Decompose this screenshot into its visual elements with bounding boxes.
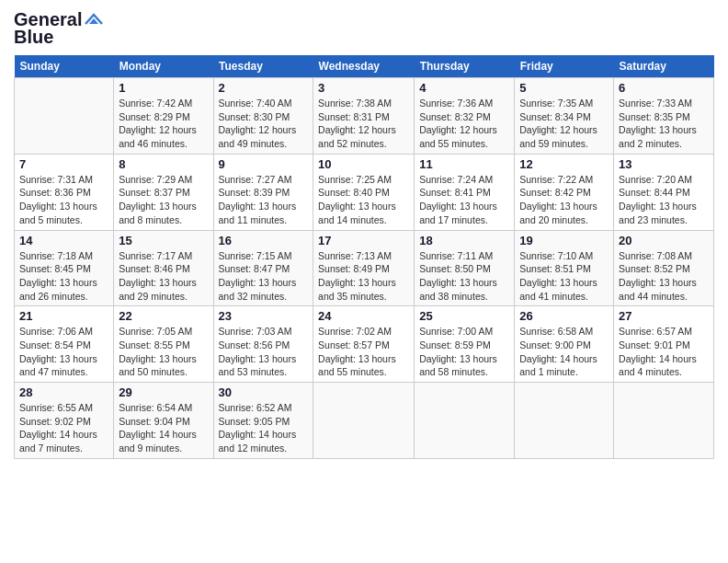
- col-monday: Monday: [114, 55, 213, 78]
- cell-3-0: 21Sunrise: 7:06 AMSunset: 8:54 PMDayligh…: [15, 306, 114, 383]
- cell-3-1: 22Sunrise: 7:05 AMSunset: 8:55 PMDayligh…: [114, 306, 213, 383]
- day-info: Sunrise: 7:36 AMSunset: 8:32 PMDaylight:…: [419, 97, 509, 151]
- week-row-0: 1Sunrise: 7:42 AMSunset: 8:29 PMDaylight…: [15, 78, 714, 155]
- day-info: Sunrise: 6:54 AMSunset: 9:04 PMDaylight:…: [119, 401, 208, 455]
- day-number: 1: [119, 81, 208, 95]
- calendar-body: 1Sunrise: 7:42 AMSunset: 8:29 PMDaylight…: [15, 78, 714, 459]
- cell-4-1: 29Sunrise: 6:54 AMSunset: 9:04 PMDayligh…: [114, 383, 213, 459]
- logo: General Blue: [14, 9, 104, 48]
- cell-1-6: 13Sunrise: 7:20 AMSunset: 8:44 PMDayligh…: [614, 154, 714, 230]
- day-info: Sunrise: 7:38 AMSunset: 8:31 PMDaylight:…: [318, 97, 409, 151]
- day-info: Sunrise: 6:58 AMSunset: 9:00 PMDaylight:…: [519, 325, 609, 379]
- col-tuesday: Tuesday: [213, 55, 313, 78]
- cell-2-5: 19Sunrise: 7:10 AMSunset: 8:51 PMDayligh…: [515, 230, 614, 306]
- cell-2-3: 17Sunrise: 7:13 AMSunset: 8:49 PMDayligh…: [313, 230, 415, 306]
- col-friday: Friday: [515, 55, 614, 78]
- day-number: 3: [318, 81, 409, 95]
- day-info: Sunrise: 7:06 AMSunset: 8:54 PMDaylight:…: [19, 325, 108, 379]
- day-number: 24: [318, 309, 409, 323]
- cell-0-5: 5Sunrise: 7:35 AMSunset: 8:34 PMDaylight…: [515, 78, 614, 155]
- cell-3-3: 24Sunrise: 7:02 AMSunset: 8:57 PMDayligh…: [313, 306, 415, 383]
- day-number: 8: [119, 157, 208, 171]
- day-info: Sunrise: 6:57 AMSunset: 9:01 PMDaylight:…: [619, 325, 709, 379]
- cell-4-4: [415, 383, 515, 459]
- cell-0-0: [15, 78, 114, 155]
- day-number: 23: [219, 309, 309, 323]
- day-info: Sunrise: 7:29 AMSunset: 8:37 PMDaylight:…: [119, 173, 208, 227]
- day-info: Sunrise: 7:17 AMSunset: 8:46 PMDaylight:…: [119, 249, 208, 304]
- cell-4-2: 30Sunrise: 6:52 AMSunset: 9:05 PMDayligh…: [213, 383, 313, 459]
- cell-4-3: [313, 383, 415, 459]
- day-number: 14: [19, 234, 108, 247]
- col-wednesday: Wednesday: [313, 55, 415, 78]
- day-number: 13: [619, 157, 709, 171]
- day-number: 11: [419, 157, 509, 171]
- col-saturday: Saturday: [614, 55, 714, 78]
- cell-2-6: 20Sunrise: 7:08 AMSunset: 8:52 PMDayligh…: [614, 230, 714, 306]
- day-info: Sunrise: 7:20 AMSunset: 8:44 PMDaylight:…: [619, 173, 709, 227]
- cell-3-2: 23Sunrise: 7:03 AMSunset: 8:56 PMDayligh…: [213, 306, 313, 383]
- cell-1-3: 10Sunrise: 7:25 AMSunset: 8:40 PMDayligh…: [313, 154, 415, 230]
- day-info: Sunrise: 7:03 AMSunset: 8:56 PMDaylight:…: [219, 325, 309, 379]
- header-row: Sunday Monday Tuesday Wednesday Thursday…: [15, 55, 714, 78]
- day-number: 10: [318, 157, 409, 171]
- day-info: Sunrise: 7:22 AMSunset: 8:42 PMDaylight:…: [519, 173, 609, 227]
- day-number: 9: [219, 157, 309, 171]
- day-info: Sunrise: 7:33 AMSunset: 8:35 PMDaylight:…: [619, 97, 709, 151]
- logo-text-blue: Blue: [14, 27, 53, 48]
- day-info: Sunrise: 7:35 AMSunset: 8:34 PMDaylight:…: [519, 97, 609, 151]
- day-number: 27: [619, 309, 709, 323]
- header: General Blue: [14, 9, 714, 48]
- week-row-2: 14Sunrise: 7:18 AMSunset: 8:45 PMDayligh…: [15, 230, 714, 306]
- day-info: Sunrise: 7:02 AMSunset: 8:57 PMDaylight:…: [318, 325, 409, 379]
- col-sunday: Sunday: [15, 55, 114, 78]
- day-info: Sunrise: 7:13 AMSunset: 8:49 PMDaylight:…: [318, 249, 409, 304]
- day-info: Sunrise: 7:31 AMSunset: 8:36 PMDaylight:…: [19, 173, 108, 227]
- day-info: Sunrise: 7:00 AMSunset: 8:59 PMDaylight:…: [419, 325, 509, 379]
- day-number: 12: [519, 157, 609, 171]
- cell-3-5: 26Sunrise: 6:58 AMSunset: 9:00 PMDayligh…: [515, 306, 614, 383]
- cell-3-6: 27Sunrise: 6:57 AMSunset: 9:01 PMDayligh…: [614, 306, 714, 383]
- day-info: Sunrise: 7:15 AMSunset: 8:47 PMDaylight:…: [219, 249, 309, 304]
- cell-1-2: 9Sunrise: 7:27 AMSunset: 8:39 PMDaylight…: [213, 154, 313, 230]
- cell-0-2: 2Sunrise: 7:40 AMSunset: 8:30 PMDaylight…: [213, 78, 313, 155]
- cell-0-3: 3Sunrise: 7:38 AMSunset: 8:31 PMDaylight…: [313, 78, 415, 155]
- day-info: Sunrise: 7:18 AMSunset: 8:45 PMDaylight:…: [19, 249, 108, 304]
- day-info: Sunrise: 6:52 AMSunset: 9:05 PMDaylight:…: [219, 401, 309, 455]
- cell-4-5: [515, 383, 614, 459]
- cell-3-4: 25Sunrise: 7:00 AMSunset: 8:59 PMDayligh…: [415, 306, 515, 383]
- day-info: Sunrise: 7:24 AMSunset: 8:41 PMDaylight:…: [419, 173, 509, 227]
- day-number: 16: [219, 234, 309, 247]
- day-number: 2: [219, 81, 309, 95]
- day-number: 17: [318, 234, 409, 247]
- cell-4-6: [614, 383, 714, 459]
- page-container: General Blue Sunday Monday Tuesday Wedne…: [0, 0, 728, 468]
- day-info: Sunrise: 7:05 AMSunset: 8:55 PMDaylight:…: [119, 325, 208, 379]
- cell-2-1: 15Sunrise: 7:17 AMSunset: 8:46 PMDayligh…: [114, 230, 213, 306]
- day-number: 7: [19, 157, 108, 171]
- cell-0-6: 6Sunrise: 7:33 AMSunset: 8:35 PMDaylight…: [614, 78, 714, 155]
- cell-4-0: 28Sunrise: 6:55 AMSunset: 9:02 PMDayligh…: [15, 383, 114, 459]
- week-row-4: 28Sunrise: 6:55 AMSunset: 9:02 PMDayligh…: [15, 383, 714, 459]
- day-number: 19: [519, 234, 609, 247]
- cell-1-4: 11Sunrise: 7:24 AMSunset: 8:41 PMDayligh…: [415, 154, 515, 230]
- logo-icon: [84, 13, 104, 26]
- day-info: Sunrise: 7:08 AMSunset: 8:52 PMDaylight:…: [619, 249, 709, 304]
- cell-0-4: 4Sunrise: 7:36 AMSunset: 8:32 PMDaylight…: [415, 78, 515, 155]
- day-number: 26: [519, 309, 609, 323]
- day-info: Sunrise: 7:11 AMSunset: 8:50 PMDaylight:…: [419, 249, 509, 304]
- cell-2-4: 18Sunrise: 7:11 AMSunset: 8:50 PMDayligh…: [415, 230, 515, 306]
- cell-1-1: 8Sunrise: 7:29 AMSunset: 8:37 PMDaylight…: [114, 154, 213, 230]
- cell-1-0: 7Sunrise: 7:31 AMSunset: 8:36 PMDaylight…: [15, 154, 114, 230]
- day-number: 6: [619, 81, 709, 95]
- day-info: Sunrise: 7:27 AMSunset: 8:39 PMDaylight:…: [219, 173, 309, 227]
- cell-2-0: 14Sunrise: 7:18 AMSunset: 8:45 PMDayligh…: [15, 230, 114, 306]
- day-number: 5: [519, 81, 609, 95]
- day-number: 30: [219, 385, 309, 399]
- week-row-1: 7Sunrise: 7:31 AMSunset: 8:36 PMDaylight…: [15, 154, 714, 230]
- day-number: 20: [619, 234, 709, 247]
- day-info: Sunrise: 7:42 AMSunset: 8:29 PMDaylight:…: [119, 97, 208, 151]
- calendar-table: Sunday Monday Tuesday Wednesday Thursday…: [14, 55, 714, 459]
- day-number: 18: [419, 234, 509, 247]
- day-info: Sunrise: 6:55 AMSunset: 9:02 PMDaylight:…: [19, 401, 108, 455]
